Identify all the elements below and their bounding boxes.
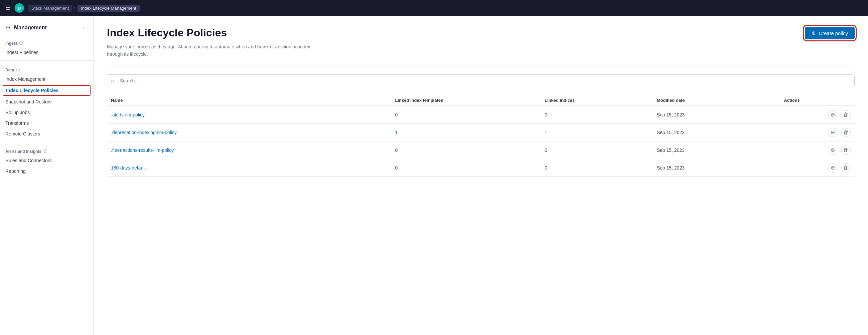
sidebar-item-ingest-pipelines[interactable]: Ingest Pipelines: [0, 47, 93, 58]
cell-name-2: .fleet-actions-results-ilm-policy: [107, 141, 391, 159]
search-input[interactable]: [107, 74, 855, 87]
sidebar-item-rollup-jobs[interactable]: Rollup Jobs: [0, 107, 93, 118]
cell-actions-0: ⊕ 🗑: [780, 106, 855, 124]
table-row: .fleet-actions-results-ilm-policy 0 0 Se…: [107, 141, 855, 159]
sidebar: ⚙ Management ← Ingest ⓘ Ingest Pipelines…: [0, 16, 94, 335]
cell-modified-1: Sep 15, 2023: [653, 124, 780, 141]
cell-name-0: .alerts-ilm-policy: [107, 106, 391, 124]
actions-cell-3: ⊕ 🗑: [784, 163, 850, 172]
col-header-modified-date: Modified date: [653, 95, 780, 106]
cell-linked-templates-3: 0: [391, 159, 540, 176]
policies-table: Name ↑ Linked index templates Linked ind…: [107, 95, 855, 177]
search-icon: ⌕: [111, 78, 114, 84]
cell-name-1: .deprecation-indexing-ilm-policy: [107, 124, 391, 141]
alerts-info-icon: ⓘ: [43, 149, 47, 154]
main-content: Index Lifecycle Policies Manage your ind…: [94, 16, 868, 335]
sidebar-section-ingest: Ingest ⓘ: [0, 37, 93, 47]
sidebar-section-data: Data ⓘ: [0, 63, 93, 74]
col-header-linked-templates: Linked index templates: [391, 95, 540, 106]
cell-linked-templates-2: 0: [391, 141, 540, 159]
add-action-button-0[interactable]: ⊕: [828, 110, 837, 120]
policy-link-0[interactable]: .alerts-ilm-policy: [111, 112, 145, 118]
avatar[interactable]: D: [15, 3, 24, 13]
hamburger-icon[interactable]: ☰: [5, 4, 11, 12]
sidebar-item-snapshot-restore[interactable]: Snapshot and Restore: [0, 96, 93, 107]
layout: ⚙ Management ← Ingest ⓘ Ingest Pipelines…: [0, 16, 868, 335]
cell-actions-2: ⊕ 🗑: [780, 141, 855, 159]
sidebar-header: ⚙ Management ←: [0, 21, 93, 37]
sidebar-divider-2: [0, 142, 93, 142]
sidebar-section-alerts: Alerts and Insights ⓘ: [0, 145, 93, 155]
breadcrumb-current: Index Lifecycle Management: [78, 5, 139, 12]
sidebar-item-index-management[interactable]: Index Management: [0, 74, 93, 85]
cell-linked-templates-0: 0: [391, 106, 540, 124]
header-divider: [107, 66, 855, 66]
sidebar-collapse-button[interactable]: ←: [82, 24, 88, 31]
data-info-icon: ⓘ: [16, 67, 20, 72]
sidebar-item-transforms[interactable]: Transforms: [0, 118, 93, 129]
sort-arrow-name: ↑: [125, 98, 127, 102]
actions-cell-1: ⊕ 🗑: [784, 128, 850, 137]
linked-indices-link-1[interactable]: 1: [545, 130, 547, 135]
page-header: Index Lifecycle Policies Manage your ind…: [107, 27, 855, 58]
page-title: Index Lifecycle Policies: [107, 27, 321, 39]
policy-link-2[interactable]: .fleet-actions-results-ilm-policy: [111, 147, 174, 153]
breadcrumb-separator: ›: [74, 6, 75, 10]
delete-action-button-3[interactable]: 🗑: [841, 163, 850, 172]
delete-action-button-1[interactable]: 🗑: [841, 128, 850, 137]
page-description: Manage your indices as they age. Attach …: [107, 43, 321, 58]
topbar: ☰ D Stack Management › Index Lifecycle M…: [0, 0, 868, 16]
table-row: 180-days-default 0 0 Sep 15, 2023 ⊕ 🗑: [107, 159, 855, 176]
add-action-button-1[interactable]: ⊕: [828, 128, 837, 137]
page-title-section: Index Lifecycle Policies Manage your ind…: [107, 27, 321, 58]
cell-modified-3: Sep 15, 2023: [653, 159, 780, 176]
actions-cell-2: ⊕ 🗑: [784, 145, 850, 155]
policy-link-3[interactable]: 180-days-default: [111, 165, 146, 170]
sidebar-item-remote-clusters[interactable]: Remote Clusters: [0, 129, 93, 139]
sidebar-divider-1: [0, 60, 93, 61]
linked-templates-link-1[interactable]: 1: [395, 130, 398, 135]
delete-action-button-2[interactable]: 🗑: [841, 145, 850, 155]
cell-modified-0: Sep 15, 2023: [653, 106, 780, 124]
cell-linked-indices-1: 1: [540, 124, 653, 141]
cell-name-3: 180-days-default: [107, 159, 391, 176]
search-container: ⌕: [107, 74, 855, 87]
table-body: .alerts-ilm-policy 0 0 Sep 15, 2023 ⊕ 🗑: [107, 106, 855, 177]
create-policy-button[interactable]: ⊕ Create policy: [805, 27, 855, 39]
cell-actions-3: ⊕ 🗑: [780, 159, 855, 176]
table-row: .deprecation-indexing-ilm-policy 1 1 Sep…: [107, 124, 855, 141]
actions-cell-0: ⊕ 🗑: [784, 110, 850, 120]
sidebar-title-row: ⚙ Management: [5, 24, 47, 31]
cell-actions-1: ⊕ 🗑: [780, 124, 855, 141]
sidebar-title: Management: [14, 25, 47, 31]
plus-circle-icon: ⊕: [811, 30, 816, 36]
sidebar-item-reporting[interactable]: Reporting: [0, 166, 93, 176]
add-action-button-3[interactable]: ⊕: [828, 163, 837, 172]
policy-link-1[interactable]: .deprecation-indexing-ilm-policy: [111, 130, 177, 135]
breadcrumb: Stack Management › Index Lifecycle Manag…: [28, 5, 140, 12]
table-header-row: Name ↑ Linked index templates Linked ind…: [107, 95, 855, 106]
cell-modified-2: Sep 15, 2023: [653, 141, 780, 159]
col-header-actions: Actions: [780, 95, 855, 106]
ingest-info-icon: ⓘ: [19, 41, 23, 46]
cell-linked-indices-3: 0: [540, 159, 653, 176]
col-header-name[interactable]: Name ↑: [107, 95, 391, 106]
breadcrumb-stack-management[interactable]: Stack Management: [28, 5, 72, 12]
table-head: Name ↑ Linked index templates Linked ind…: [107, 95, 855, 106]
cell-linked-indices-2: 0: [540, 141, 653, 159]
cell-linked-indices-0: 0: [540, 106, 653, 124]
cell-linked-templates-1: 1: [391, 124, 540, 141]
col-header-linked-indices: Linked indices: [540, 95, 653, 106]
add-action-button-2[interactable]: ⊕: [828, 145, 837, 155]
create-policy-label: Create policy: [818, 30, 848, 36]
gear-icon: ⚙: [5, 24, 11, 31]
sidebar-item-index-lifecycle-policies[interactable]: Index Lifecycle Policies: [3, 85, 91, 96]
sidebar-item-rules-connectors[interactable]: Rules and Connectors: [0, 155, 93, 166]
table-row: .alerts-ilm-policy 0 0 Sep 15, 2023 ⊕ 🗑: [107, 106, 855, 124]
delete-action-button-0[interactable]: 🗑: [841, 110, 850, 120]
